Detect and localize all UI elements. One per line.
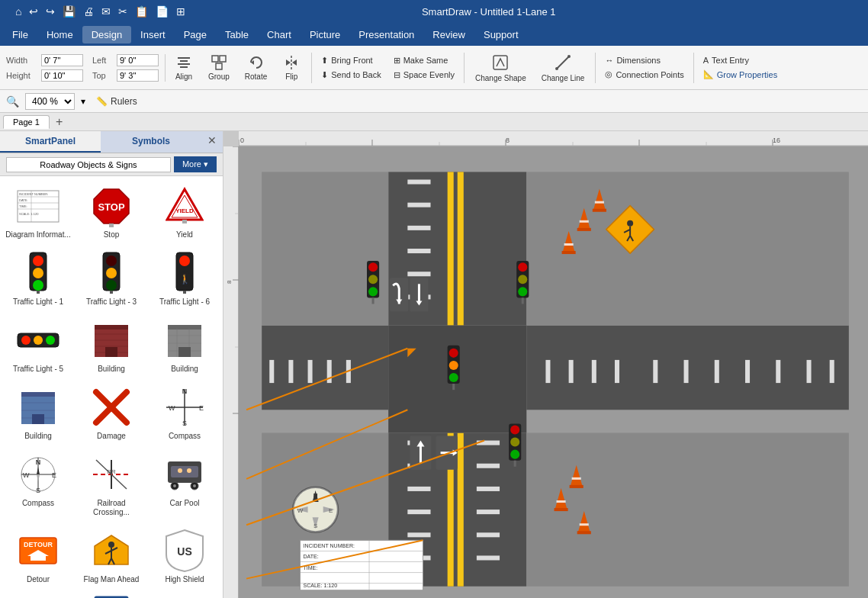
svg-rect-69: [32, 414, 44, 424]
zoom-select[interactable]: 400 %: [25, 93, 75, 110]
symbol-car-pool[interactable]: Car Pool: [149, 448, 220, 521]
symbol-compass2[interactable]: N S W E Compass: [3, 448, 73, 521]
symbol-compass1[interactable]: N S W E Compass: [149, 381, 220, 445]
change-shape-button[interactable]: Change Shape: [469, 50, 532, 86]
make-same-button[interactable]: ⊞ Make Same: [389, 54, 459, 67]
symbol-yield[interactable]: YIELD Yield: [149, 179, 220, 243]
width-input[interactable]: [41, 54, 83, 66]
svg-rect-139: [448, 172, 454, 325]
symbol-traffic-light-1-img: [15, 250, 61, 296]
canvas[interactable]: N S E W INCIDENT NUMBER: DATE: TIME:: [239, 146, 868, 598]
sep1: [311, 53, 312, 83]
save-icon[interactable]: 💾: [61, 4, 77, 19]
align-button[interactable]: Align: [169, 50, 199, 86]
rotate-button[interactable]: Rotate: [239, 50, 273, 86]
bring-front-button[interactable]: ⬆ Bring Front: [317, 54, 385, 67]
symbol-traffic-light-5[interactable]: Traffic Light - 5: [3, 313, 73, 378]
rotate-icon: [248, 54, 265, 71]
symbol-building-red[interactable]: Building: [76, 313, 146, 378]
symbol-building-gray[interactable]: Building: [149, 313, 220, 378]
svg-rect-219: [557, 500, 566, 503]
symbols-tab[interactable]: Symbols: [101, 131, 201, 153]
connection-points-button[interactable]: ◎ Connection Points: [600, 68, 688, 81]
symbol-high-shield[interactable]: US High Shield: [149, 524, 220, 588]
menu-design[interactable]: Design: [82, 26, 131, 43]
zoom-dropdown-icon[interactable]: ▾: [81, 96, 85, 107]
print-icon[interactable]: 🖨: [82, 4, 95, 19]
left-panel: SmartPanel Symbols ✕ Roadway Objects & S…: [0, 131, 223, 598]
symbol-diagram-info[interactable]: INCIDENT NUMBER: DATE: TIME: SCALE: 1:12…: [3, 179, 73, 243]
height-input[interactable]: [41, 69, 83, 82]
svg-rect-209: [577, 228, 591, 231]
top-input[interactable]: [117, 69, 159, 82]
svg-point-202: [449, 361, 458, 370]
menu-chart[interactable]: Chart: [258, 26, 301, 43]
svg-rect-213: [564, 243, 574, 246]
canvas-area[interactable]: 0 8 16: [223, 131, 868, 598]
svg-point-36: [106, 256, 117, 266]
menu-presentation[interactable]: Presentation: [349, 26, 423, 43]
symbol-traffic-light-1[interactable]: Traffic Light - 1: [3, 246, 73, 310]
svg-rect-144: [407, 249, 430, 253]
category-label[interactable]: Roadway Objects & Signs: [6, 157, 171, 172]
symbol-men-working[interactable]: Men Working: [3, 591, 73, 598]
redo-icon[interactable]: ↪: [44, 4, 56, 19]
panel-close-button[interactable]: ✕: [201, 131, 223, 153]
menu-support[interactable]: Support: [474, 26, 528, 43]
symbol-building3[interactable]: Building: [3, 381, 73, 445]
symbol-high-shield-img: US: [162, 528, 207, 574]
symbol-railroad-crossing-img: RR: [88, 452, 134, 497]
svg-text:INCIDENT NUMBER:: INCIDENT NUMBER:: [304, 543, 355, 548]
left-input[interactable]: [117, 54, 159, 66]
menu-home[interactable]: Home: [37, 26, 82, 43]
svg-rect-55: [105, 347, 117, 357]
quick-access-toolbar[interactable]: ⌂ ↩ ↪ 💾 🖨 ✉ ✂ 📋 📄 ⊞: [8, 1, 193, 22]
menu-picture[interactable]: Picture: [301, 26, 349, 43]
symbol-parking[interactable]: P Parking: [76, 591, 146, 598]
symbol-traffic-light-5-label: Traffic Light - 5: [13, 365, 63, 374]
menu-review[interactable]: Review: [423, 26, 474, 43]
symbol-traffic-light-6-label: Traffic Light - 6: [159, 297, 210, 307]
send-back-button[interactable]: ⬇ Send to Back: [317, 69, 385, 82]
email-icon[interactable]: ✉: [100, 4, 112, 19]
expand-icon[interactable]: ⊞: [175, 4, 187, 19]
symbol-stop[interactable]: STOP Stop: [76, 179, 146, 243]
svg-rect-152: [407, 487, 430, 491]
symbol-flag-man[interactable]: Flag Man Ahead: [76, 524, 146, 588]
menu-table[interactable]: Table: [216, 26, 258, 43]
dimensions-button[interactable]: ↔ Dimensions: [600, 54, 688, 66]
rulers-button[interactable]: 📏 Rulers: [92, 95, 142, 108]
group-button[interactable]: Group: [202, 50, 236, 86]
menu-insert[interactable]: Insert: [131, 26, 175, 43]
smartpanel-tab[interactable]: SmartPanel: [0, 131, 101, 153]
svg-point-193: [510, 450, 519, 459]
symbol-diagram-info-img: INCIDENT NUMBER: DATE: TIME: SCALE: 1:12…: [15, 183, 61, 229]
symbol-railroad-crossing[interactable]: RR Railroad Crossing...: [76, 448, 146, 521]
flip-button[interactable]: Flip: [276, 50, 307, 86]
symbol-traffic-light-3[interactable]: Traffic Light - 3: [76, 246, 146, 310]
page-tab-1[interactable]: Page 1: [3, 115, 50, 129]
more-button[interactable]: More ▾: [174, 156, 217, 172]
svg-rect-181: [262, 172, 388, 325]
menu-file[interactable]: File: [3, 26, 37, 43]
copy-icon[interactable]: 📋: [133, 4, 149, 19]
paste-icon[interactable]: 📄: [154, 4, 170, 19]
space-evenly-button[interactable]: ⊟ Space Evenly: [389, 69, 459, 82]
symbol-damage[interactable]: Damage: [76, 381, 146, 445]
svg-rect-159: [477, 510, 500, 514]
change-line-button[interactable]: Change Line: [535, 50, 591, 86]
svg-text:S: S: [182, 420, 187, 427]
change-line-label: Change Line: [542, 74, 585, 83]
home-icon[interactable]: ⌂: [14, 4, 23, 19]
undo-icon[interactable]: ↩: [27, 4, 40, 19]
cut-icon[interactable]: ✂: [117, 4, 129, 19]
symbol-yield-label: Yield: [176, 230, 193, 240]
add-page-button[interactable]: +: [53, 115, 66, 129]
svg-point-12: [555, 67, 558, 70]
symbol-traffic-light-6[interactable]: 🚶 Traffic Light - 6: [149, 246, 220, 310]
text-entry-button[interactable]: A Text Entry: [699, 54, 782, 66]
symbol-detour[interactable]: DETOUR Detour: [3, 524, 73, 588]
svg-rect-0: [178, 57, 190, 59]
menu-page[interactable]: Page: [175, 26, 216, 43]
grow-properties-button[interactable]: 📐 Grow Properties: [699, 68, 782, 81]
